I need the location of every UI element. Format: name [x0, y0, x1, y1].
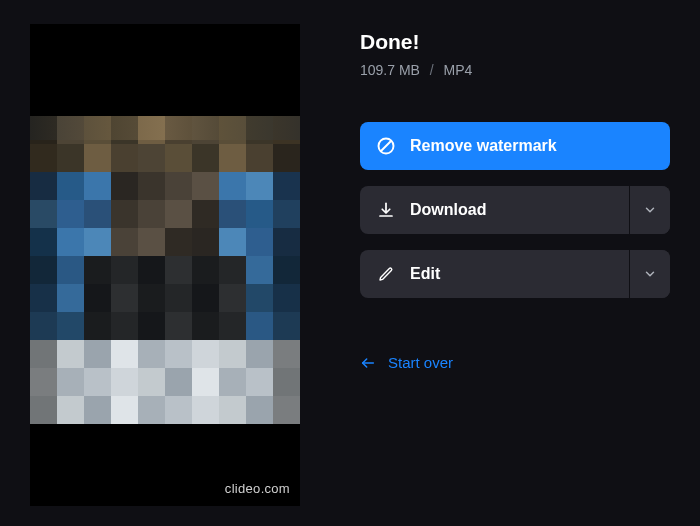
- edit-button[interactable]: Edit: [360, 250, 670, 298]
- svg-line-1: [381, 141, 391, 151]
- watermark-text: clideo.com: [225, 481, 290, 496]
- download-label: Download: [410, 201, 629, 219]
- pencil-icon: [376, 264, 396, 284]
- download-button[interactable]: Download: [360, 186, 670, 234]
- remove-watermark-label: Remove watermark: [410, 137, 670, 155]
- chevron-down-icon: [643, 203, 657, 217]
- meta-separator: /: [430, 62, 434, 78]
- remove-watermark-button[interactable]: Remove watermark: [360, 122, 670, 170]
- edit-dropdown-toggle[interactable]: [629, 250, 670, 298]
- download-icon: [376, 200, 396, 220]
- edit-label: Edit: [410, 265, 629, 283]
- file-size: 109.7 MB: [360, 62, 420, 78]
- chevron-down-icon: [643, 267, 657, 281]
- preview-image: [30, 116, 300, 424]
- start-over-link[interactable]: Start over: [360, 354, 453, 371]
- download-dropdown-toggle[interactable]: [629, 186, 670, 234]
- no-symbol-icon: [376, 136, 396, 156]
- status-title: Done!: [360, 30, 670, 54]
- start-over-label: Start over: [388, 354, 453, 371]
- video-preview[interactable]: clideo.com: [30, 24, 300, 506]
- arrow-left-icon: [360, 355, 376, 371]
- file-format: MP4: [444, 62, 473, 78]
- file-meta: 109.7 MB / MP4: [360, 62, 670, 78]
